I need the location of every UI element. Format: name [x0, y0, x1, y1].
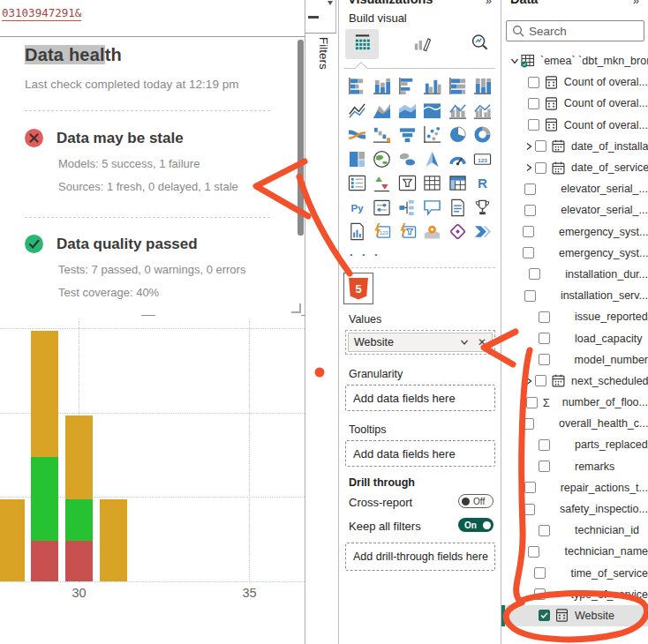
field-checkbox[interactable]	[524, 504, 535, 515]
filters-pane-collapsed[interactable]: Filters	[305, 0, 338, 644]
search-input[interactable]	[529, 25, 626, 38]
field-row[interactable]: elevator_serial_...	[501, 199, 648, 221]
decomposition-tree-icon[interactable]	[395, 196, 420, 221]
line-chart-icon[interactable]	[344, 99, 370, 124]
field-checkbox[interactable]	[539, 610, 550, 621]
smart-narrative-icon[interactable]	[445, 196, 471, 221]
chart-bar-segment-gold[interactable]	[65, 416, 93, 499]
field-row[interactable]: Σnumber_of_floo...	[501, 392, 648, 413]
scroll-up-caret-icon[interactable]	[328, 1, 333, 5]
remove-field-icon[interactable]: ✕	[478, 336, 486, 348]
field-row[interactable]: Website	[501, 605, 648, 626]
python-visual-icon[interactable]: Py	[344, 196, 370, 221]
waterfall-chart-icon[interactable]	[370, 123, 396, 147]
field-checkbox[interactable]	[535, 162, 546, 174]
stacked-area-chart-icon[interactable]	[395, 99, 420, 124]
chevron-down-icon[interactable]	[459, 337, 470, 348]
html-content-visual-icon[interactable]: 5	[343, 273, 373, 304]
chevron-right-icon[interactable]	[523, 161, 535, 174]
field-row[interactable]: installation_serv...	[501, 285, 648, 306]
field-checkbox[interactable]	[524, 205, 536, 216]
tab-build-visual[interactable]	[345, 29, 379, 59]
field-checkbox[interactable]	[529, 268, 540, 280]
field-checkbox[interactable]	[534, 588, 546, 600]
new-slicer-icon[interactable]	[370, 196, 396, 221]
table-icon[interactable]	[420, 171, 446, 196]
ribbon-chart-icon[interactable]	[344, 123, 370, 147]
tab-add-analytics[interactable]	[463, 29, 496, 59]
field-row[interactable]: model_number	[501, 349, 648, 371]
power-apps-visual-icon[interactable]	[445, 220, 471, 244]
field-checkbox[interactable]	[539, 525, 550, 536]
quick-filter-icon[interactable]	[395, 220, 420, 244]
chart-bar-segment-green[interactable]	[65, 499, 93, 541]
chevron-right-icon[interactable]	[523, 140, 535, 153]
metrics-icon[interactable]	[471, 196, 496, 221]
field-row[interactable]: Count of overal...	[501, 93, 648, 114]
field-row[interactable]: repair_actions_t...	[501, 477, 648, 498]
hundred-stacked-area-chart-icon[interactable]	[420, 99, 446, 124]
field-checkbox[interactable]	[524, 183, 536, 195]
field-checkbox[interactable]	[535, 140, 546, 152]
multi-row-card-icon[interactable]	[344, 171, 370, 196]
field-row[interactable]: Count of overal...	[501, 115, 648, 136]
stacked-bar-chart-icon[interactable]	[344, 74, 370, 99]
hundred-stacked-column-chart-icon[interactable]	[471, 74, 496, 99]
field-row[interactable]: remarks	[501, 456, 648, 477]
field-checkbox[interactable]	[526, 397, 538, 408]
clustered-column-chart-icon[interactable]	[420, 74, 446, 99]
clustered-bar-chart-icon[interactable]	[395, 74, 420, 99]
treemap-icon[interactable]	[344, 147, 370, 172]
azure-map-icon[interactable]	[420, 147, 446, 172]
field-checkbox[interactable]	[535, 375, 546, 386]
field-row[interactable]: technician_name	[501, 541, 648, 562]
field-row[interactable]: load_capacity	[501, 327, 648, 348]
field-checkbox[interactable]	[539, 311, 550, 323]
chart-bar-segment-gold[interactable]	[100, 499, 127, 581]
chart-bar-segment-gold[interactable]	[0, 499, 25, 581]
search-box[interactable]	[506, 20, 644, 41]
field-row[interactable]: emergency_syst...	[501, 221, 648, 243]
power-automate-visual-icon[interactable]	[471, 220, 496, 244]
field-row[interactable]: date_of_service	[501, 157, 648, 178]
hundred-stacked-bar-chart-icon[interactable]	[445, 74, 471, 99]
q-and-a-icon[interactable]	[420, 196, 446, 221]
field-checkbox[interactable]	[528, 546, 539, 558]
field-checkbox[interactable]	[528, 119, 539, 131]
more-visuals-button[interactable]: · · ·	[350, 248, 381, 261]
scatter-chart-icon[interactable]	[420, 123, 446, 147]
pie-chart-icon[interactable]	[445, 123, 471, 147]
field-row[interactable]: issue_reported	[501, 306, 648, 327]
field-checkbox[interactable]	[523, 226, 534, 237]
granularity-well[interactable]: Add data fields here	[345, 385, 495, 411]
keep-all-filters-toggle[interactable]: On	[458, 518, 494, 532]
filled-map-icon[interactable]	[395, 147, 420, 172]
field-checkbox[interactable]	[534, 567, 546, 579]
stacked-column-chart-visual[interactable]: 3035	[0, 316, 305, 644]
field-row[interactable]: installation_dur...	[501, 264, 648, 285]
paginated-report-icon[interactable]	[344, 220, 370, 244]
chart-bar-segment-green[interactable]	[31, 457, 58, 541]
field-row[interactable]: overall_health_c...	[501, 413, 648, 434]
chevron-down-icon[interactable]	[509, 55, 521, 67]
field-checkbox[interactable]	[523, 247, 534, 258]
tab-format-visual[interactable]	[404, 29, 438, 59]
field-checkbox[interactable]	[539, 439, 550, 451]
matrix-icon[interactable]	[445, 171, 471, 196]
quick-measure-icon[interactable]: 123	[370, 220, 396, 244]
field-row[interactable]: date_of_installa...	[501, 136, 648, 157]
field-row[interactable]: technician_id	[501, 520, 648, 541]
field-row[interactable]: parts_replaced	[501, 434, 648, 455]
card-icon[interactable]: 123	[471, 147, 496, 172]
drill-through-well[interactable]: Add drill-through fields here	[345, 543, 495, 571]
field-checkbox[interactable]	[528, 98, 539, 109]
chart-bar-segment-red[interactable]	[31, 541, 58, 581]
field-row[interactable]: safety_inspectio...	[501, 498, 648, 520]
arcgis-map-icon[interactable]	[420, 220, 446, 244]
field-checkbox[interactable]	[523, 418, 534, 430]
chart-bar-segment-red[interactable]	[65, 541, 93, 581]
gauge-icon[interactable]	[445, 147, 471, 172]
chart-bar-segment-gold[interactable]	[31, 331, 58, 458]
collapse-pane-icon[interactable]: »	[633, 0, 639, 7]
field-row[interactable]: emergency_syst...	[501, 243, 648, 264]
